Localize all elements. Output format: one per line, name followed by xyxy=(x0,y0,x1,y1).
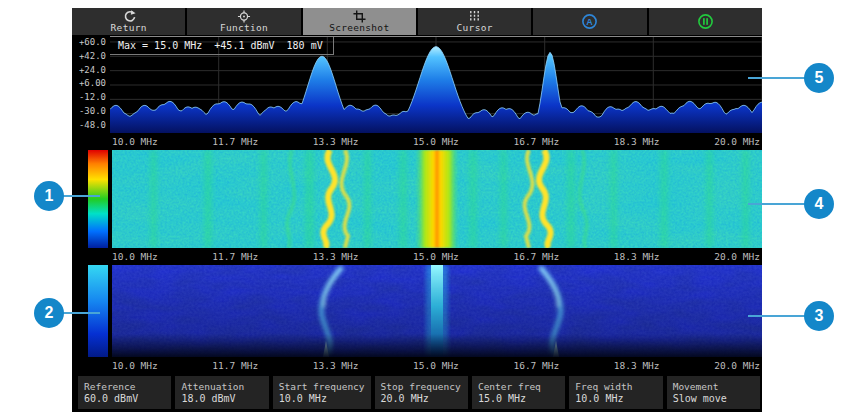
callout-line-4 xyxy=(748,203,805,205)
freq-tick: 10.0 MHz xyxy=(112,251,158,262)
freq-tick: 16.7 MHz xyxy=(513,136,559,147)
y-tick: -12.0 xyxy=(79,93,106,102)
callout-line-5 xyxy=(748,77,805,79)
y-tick: +24.0 xyxy=(79,66,106,75)
freq-tick: 18.3 MHz xyxy=(614,360,660,371)
setting-label: Reference xyxy=(84,381,165,392)
setting-value: 18.0 dBmV xyxy=(181,393,262,405)
toolbar: Return Function Screenshot Cursor xyxy=(72,8,762,35)
setting-value: 15.0 MHz xyxy=(478,393,559,405)
spectrum-plot: Max = 15.0 MHz +45.1 dBmV 180 mV xyxy=(110,36,762,133)
page: Return Function Screenshot Cursor xyxy=(0,0,850,418)
waterfall-blue xyxy=(112,265,762,357)
max-readout: Max = 15.0 MHz +45.1 dBmV 180 mV xyxy=(110,37,334,55)
pause-icon xyxy=(697,15,714,28)
freq-tick: 16.7 MHz xyxy=(513,251,559,262)
setting-freq-width[interactable]: Freq width 10.0 MHz xyxy=(569,376,662,409)
y-tick: -30.0 xyxy=(79,107,106,116)
freq-tick: 11.7 MHz xyxy=(212,360,258,371)
freq-tick: 11.7 MHz xyxy=(212,251,258,262)
function-button[interactable]: Function xyxy=(187,8,300,35)
freq-tick: 10.0 MHz xyxy=(112,360,158,371)
y-tick: +60.0 xyxy=(79,38,106,47)
setting-attenuation[interactable]: Attenuation 18.0 dBmV xyxy=(175,376,268,409)
y-tick: -48.0 xyxy=(79,121,106,130)
freq-tick: 20.0 MHz xyxy=(714,251,760,262)
callout-line-3 xyxy=(748,315,805,317)
screenshot-button[interactable]: Screenshot xyxy=(303,8,416,35)
colorbar-rainbow xyxy=(88,150,108,248)
setting-movement[interactable]: Movement Slow move xyxy=(667,376,760,409)
return-button[interactable]: Return xyxy=(72,8,185,35)
freq-tick: 20.0 MHz xyxy=(714,360,760,371)
callout-line-1 xyxy=(63,195,100,197)
freq-tick: 18.3 MHz xyxy=(614,251,660,262)
callout-badge-2: 2 xyxy=(34,298,64,328)
freq-tick: 13.3 MHz xyxy=(313,251,359,262)
svg-text:A: A xyxy=(587,17,594,27)
oscilloscope-screen: Return Function Screenshot Cursor xyxy=(72,8,762,412)
setting-value: 10.0 MHz xyxy=(279,393,365,405)
colorbar-blue xyxy=(88,265,108,357)
freq-tick: 11.7 MHz xyxy=(212,136,258,147)
auto-a-icon: A xyxy=(581,15,598,28)
freq-tick: 13.3 MHz xyxy=(313,136,359,147)
freq-tick: 16.7 MHz xyxy=(513,360,559,371)
setting-value: 10.0 MHz xyxy=(575,393,656,405)
setting-label: Start frequency xyxy=(279,381,365,392)
callout-badge-3: 3 xyxy=(804,301,834,331)
screenshot-label: Screenshot xyxy=(329,23,389,33)
callout-badge-5: 5 xyxy=(804,63,834,93)
callout-badge-1: 1 xyxy=(34,181,64,211)
setting-reference[interactable]: Reference 60.0 dBmV xyxy=(78,376,171,409)
freq-tick: 15.0 MHz xyxy=(413,251,459,262)
freq-tick: 15.0 MHz xyxy=(413,360,459,371)
freq-tick: 10.0 MHz xyxy=(112,136,158,147)
callout-line-2 xyxy=(63,312,100,314)
setting-start-frequency[interactable]: Start frequency 10.0 MHz xyxy=(273,376,371,409)
freq-tick: 13.3 MHz xyxy=(313,360,359,371)
setting-value: Slow move xyxy=(673,393,754,405)
function-label: Function xyxy=(220,23,268,33)
setting-center-freq[interactable]: Center freq 15.0 MHz xyxy=(472,376,565,409)
setting-label: Center freq xyxy=(478,381,559,392)
setting-stop-frequency[interactable]: Stop frequency 20.0 MHz xyxy=(375,376,468,409)
setting-label: Attenuation xyxy=(181,381,262,392)
setting-label: Movement xyxy=(673,381,754,392)
freq-tick: 15.0 MHz xyxy=(413,136,459,147)
y-tick: +42.0 xyxy=(79,52,106,61)
return-label: Return xyxy=(111,23,147,33)
setting-label: Freq width xyxy=(575,381,656,392)
freq-tick: 20.0 MHz xyxy=(714,136,760,147)
softkey-bar: Reference 60.0 dBmV Attenuation 18.0 dBm… xyxy=(72,373,762,412)
callout-badge-4: 4 xyxy=(804,189,834,219)
freq-axis-spectrum: 10.0 MHz 11.7 MHz 13.3 MHz 15.0 MHz 16.7… xyxy=(110,133,762,149)
freq-axis-waterfall2: 10.0 MHz 11.7 MHz 13.3 MHz 15.0 MHz 16.7… xyxy=(110,357,762,373)
freq-tick: 18.3 MHz xyxy=(614,136,660,147)
auto-button[interactable]: A xyxy=(533,8,646,35)
freq-axis-waterfall1: 10.0 MHz 11.7 MHz 13.3 MHz 15.0 MHz 16.7… xyxy=(110,248,762,264)
cursor-button[interactable]: Cursor xyxy=(418,8,531,35)
setting-value: 20.0 MHz xyxy=(381,393,462,405)
cursor-label: Cursor xyxy=(457,23,493,33)
spectrum-y-axis: +60.0 +42.0 +24.0 +6.00 -12.0 -30.0 -48.… xyxy=(72,36,110,132)
y-tick: +6.00 xyxy=(79,79,106,88)
waterfall-rainbow xyxy=(112,150,762,248)
pause-button[interactable] xyxy=(649,8,762,35)
setting-value: 60.0 dBmV xyxy=(84,393,165,405)
setting-label: Stop frequency xyxy=(381,381,462,392)
